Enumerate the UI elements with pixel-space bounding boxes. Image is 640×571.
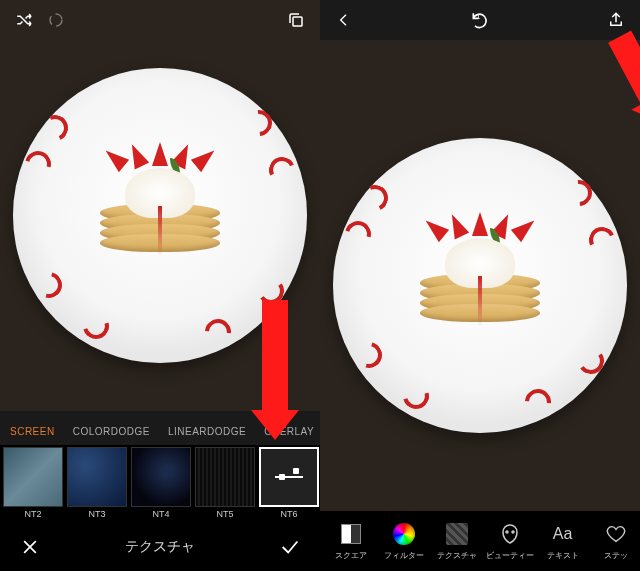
tool-text[interactable]: Aaテキスト xyxy=(536,521,589,561)
texture-nt6-selected[interactable]: NT6 xyxy=(258,447,320,521)
top-toolbar xyxy=(0,0,320,40)
svg-point-2 xyxy=(506,531,508,533)
text-icon: Aa xyxy=(550,521,576,547)
cancel-button[interactable] xyxy=(14,531,46,563)
blend-mode-colordodge[interactable]: COLORDODGE xyxy=(73,426,150,437)
shuffle-icon[interactable] xyxy=(8,4,40,36)
svg-point-0 xyxy=(50,14,62,26)
adjust-icon xyxy=(275,476,303,478)
square-icon xyxy=(341,524,361,544)
texture-nt5[interactable]: NT5 xyxy=(194,447,256,521)
filter-icon xyxy=(393,523,415,545)
panel-title: テクスチャ xyxy=(125,538,195,556)
annotation-arrow-down xyxy=(262,300,299,440)
tool-square[interactable]: スクエア xyxy=(324,521,377,561)
texture-icon xyxy=(446,523,468,545)
texture-thumbnails[interactable]: NT2 NT3 NT4 NT5 NT6 xyxy=(0,445,320,523)
confirm-button[interactable] xyxy=(274,531,306,563)
tool-beauty[interactable]: ビューティー xyxy=(483,521,536,561)
texture-nt4[interactable]: NT4 xyxy=(130,447,192,521)
back-button[interactable] xyxy=(328,4,360,36)
svg-point-3 xyxy=(512,531,514,533)
texture-editor-screen: SCREEN COLORDODGE LINEARDODGE OVERLAY SO… xyxy=(0,0,320,571)
tool-texture[interactable]: テクスチャ xyxy=(430,521,483,561)
beauty-icon xyxy=(498,522,522,546)
tool-sticker[interactable]: ステッ xyxy=(589,521,640,561)
undo-button[interactable]: 1 xyxy=(464,4,496,36)
tool-tabs[interactable]: スクエア フィルター テクスチャ ビューティー Aaテキスト ステッ xyxy=(320,511,640,571)
blend-mode-screen[interactable]: SCREEN xyxy=(10,426,55,437)
texture-nt3[interactable]: NT3 xyxy=(66,447,128,521)
bottom-bar: テクスチャ xyxy=(0,523,320,571)
heart-icon xyxy=(605,523,627,545)
loading-spinner-icon xyxy=(40,4,72,36)
main-editor-screen: 1 スクエア フィルター テクスチャ ビューティー Aaテキスト ステッ xyxy=(320,0,640,571)
blend-mode-lineardodge[interactable]: LINEARDODGE xyxy=(168,426,246,437)
texture-nt2[interactable]: NT2 xyxy=(2,447,64,521)
undo-count: 1 xyxy=(476,12,480,21)
top-toolbar: 1 xyxy=(320,0,640,40)
preview-image xyxy=(320,40,640,511)
copy-icon[interactable] xyxy=(280,4,312,36)
tool-filter[interactable]: フィルター xyxy=(377,521,430,561)
svg-rect-1 xyxy=(293,17,302,26)
